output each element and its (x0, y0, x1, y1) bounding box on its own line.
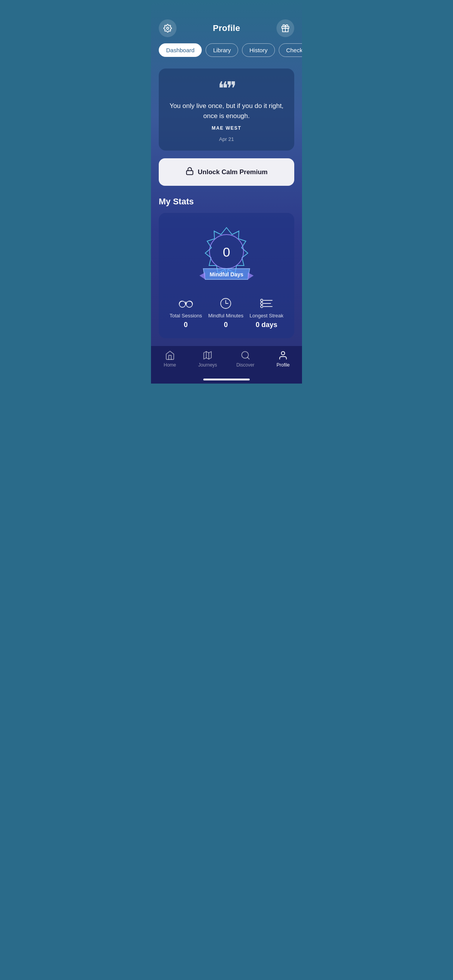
settings-button[interactable] (159, 19, 177, 37)
total-sessions-value: 0 (184, 321, 188, 329)
nav-profile[interactable]: Profile (271, 350, 295, 368)
lock-icon (185, 167, 194, 177)
stats-section: My Stats 0 (151, 197, 302, 338)
stats-title: My Stats (159, 197, 294, 207)
unlock-premium-button[interactable]: Unlock Calm Premium (159, 158, 294, 186)
page-title: Profile (213, 23, 240, 33)
nav-journeys[interactable]: Journeys (196, 350, 219, 368)
svg-point-11 (261, 299, 263, 302)
mindful-minutes-label: Mindful Minutes (208, 313, 244, 319)
tabs-bar: Dashboard Library History Check-Ins (151, 43, 302, 65)
stats-row: Total Sessions 0 Mindful Minutes 0 (166, 296, 287, 329)
stat-total-sessions: Total Sessions 0 (170, 296, 202, 329)
svg-point-13 (261, 302, 263, 305)
tab-history[interactable]: History (242, 43, 275, 57)
nav-discover[interactable]: Discover (234, 350, 257, 368)
nav-profile-label: Profile (276, 362, 290, 368)
mindful-days-badge: 0 Mindful Days (166, 224, 287, 286)
nav-journeys-label: Journeys (198, 362, 217, 368)
quote-author: MAE WEST (168, 125, 285, 131)
longest-streak-value: 0 days (256, 321, 277, 329)
stat-longest-streak: Longest Streak 0 days (250, 296, 283, 329)
nav-home-label: Home (164, 362, 176, 368)
home-indicator (203, 379, 250, 380)
profile-icon (278, 350, 288, 361)
tab-library[interactable]: Library (206, 43, 238, 57)
stats-card: 0 Mindful Days (159, 213, 294, 338)
quote-date: Apr 21 (168, 136, 285, 142)
glasses-icon (179, 296, 193, 310)
home-icon (165, 350, 175, 361)
nav-home[interactable]: Home (158, 350, 182, 368)
discover-icon (240, 350, 251, 361)
gear-icon (163, 24, 172, 33)
gift-icon (281, 24, 290, 33)
svg-point-0 (166, 27, 169, 29)
quote-marks: ❝❞ (168, 79, 285, 98)
total-sessions-label: Total Sessions (170, 313, 202, 319)
mindful-minutes-value: 0 (224, 321, 228, 329)
svg-line-20 (247, 357, 249, 359)
stat-mindful-minutes: Mindful Minutes 0 (208, 296, 244, 329)
svg-rect-3 (187, 171, 193, 175)
quote-text: You only live once, but if you do it rig… (168, 101, 285, 121)
clock-icon (220, 296, 232, 310)
gift-button[interactable] (276, 19, 294, 37)
svg-text:0: 0 (223, 245, 230, 259)
quote-card: ❝❞ You only live once, but if you do it … (159, 69, 294, 151)
streak-icon (260, 296, 273, 310)
tab-dashboard[interactable]: Dashboard (159, 43, 202, 57)
journeys-icon (202, 350, 213, 361)
svg-point-15 (261, 305, 263, 308)
tab-checkins[interactable]: Check-Ins (279, 43, 302, 57)
unlock-button-label: Unlock Calm Premium (198, 168, 268, 176)
bottom-navigation: Home Journeys Discover (151, 346, 302, 377)
svg-point-21 (281, 351, 285, 355)
header: Profile (151, 0, 302, 43)
longest-streak-label: Longest Streak (250, 313, 283, 319)
nav-discover-label: Discover (236, 362, 254, 368)
svg-text:Mindful Days: Mindful Days (209, 271, 243, 278)
